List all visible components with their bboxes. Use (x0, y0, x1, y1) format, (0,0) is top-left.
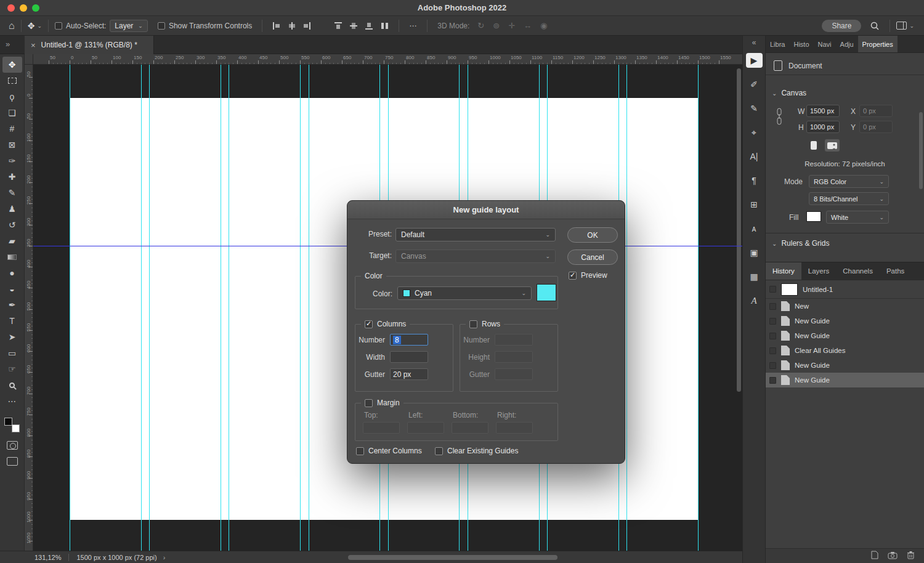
margin-left-input[interactable] (407, 422, 444, 434)
history-brush-source-box[interactable] (769, 377, 776, 384)
search-icon[interactable] (870, 21, 880, 31)
margin-right-input[interactable] (496, 422, 533, 434)
distribute-icon[interactable] (380, 22, 389, 30)
delete-state-trash-icon[interactable] (907, 551, 915, 562)
eraser-tool[interactable]: ▰ (2, 233, 22, 249)
clone-source-panel-button[interactable]: ⌖ (746, 125, 763, 140)
vertical-guide[interactable] (149, 65, 150, 551)
new-document-from-state-icon[interactable] (871, 551, 878, 562)
link-dimensions-icon[interactable] (776, 107, 783, 129)
path-selection-tool[interactable]: ➤ (2, 329, 22, 345)
object-selection-tool[interactable]: ❏ (2, 105, 22, 121)
home-icon[interactable]: ⌂ (9, 20, 15, 31)
share-button[interactable]: Share (822, 20, 861, 32)
preset-dropdown[interactable]: Default⌄ (395, 228, 556, 241)
cancel-button[interactable]: Cancel (567, 249, 618, 265)
margin-top-input[interactable] (363, 422, 400, 434)
workspace-switcher-icon[interactable]: ⌄ (896, 22, 914, 30)
3d-roll-icon[interactable]: ⊚ (493, 21, 500, 30)
portrait-orientation-button[interactable] (806, 139, 821, 152)
vertical-guide[interactable] (221, 65, 221, 551)
canvas-y-input[interactable]: 0 px (859, 121, 893, 133)
current-tool-preset[interactable]: ✥⌄ (28, 21, 42, 31)
eyedropper-tool[interactable]: ✑ (2, 153, 22, 169)
history-brush-source-box[interactable] (769, 303, 776, 310)
rectangle-tool[interactable]: ▭ (2, 345, 22, 361)
history-brush-source-box[interactable] (769, 333, 776, 339)
status-chevron-icon[interactable]: › (163, 554, 166, 561)
preview-checkbox[interactable] (569, 272, 577, 280)
tab-history[interactable]: History (766, 262, 801, 280)
history-state-row[interactable]: Clear All Guides (766, 343, 924, 358)
frame-tool[interactable]: ⊠ (2, 137, 22, 153)
history-brush-source-box[interactable] (769, 286, 776, 293)
auto-select-checkbox[interactable] (55, 22, 62, 30)
align-horizontal-centers-icon[interactable] (287, 22, 296, 30)
hand-tool[interactable]: ☞ (2, 361, 22, 377)
glyphs-panel-button[interactable]: ⊞ (746, 197, 763, 212)
quick-mask-button[interactable] (7, 441, 18, 450)
canvas-height-input[interactable]: 1000 px (806, 121, 840, 133)
color-mode-dropdown[interactable]: RGB Color⌄ (809, 175, 889, 188)
guide-color-swatch[interactable] (537, 284, 556, 301)
margin-bottom-input[interactable] (452, 422, 488, 434)
foreground-color-swatch[interactable] (4, 418, 12, 426)
styles-panel-button[interactable]: A (746, 293, 763, 308)
auto-select-layer-dropdown[interactable]: Layer⌄ (110, 20, 148, 32)
more-align-options-icon[interactable]: ⋯ (409, 22, 417, 30)
canvas-width-input[interactable]: 1500 px (806, 105, 840, 117)
tab-properties[interactable]: Properties (858, 36, 898, 52)
vertical-guide[interactable] (698, 65, 699, 551)
history-state-row[interactable]: New Guide (766, 328, 924, 343)
target-dropdown[interactable]: Canvas⌄ (395, 249, 556, 263)
align-top-edges-icon[interactable] (334, 22, 343, 30)
tab-navigator[interactable]: Navi (814, 36, 836, 52)
vertical-guide[interactable] (300, 65, 301, 551)
horizontal-ruler[interactable]: 5005010015020025030035040045050055060065… (33, 54, 742, 65)
tab-adjustments[interactable]: Adju (836, 36, 858, 52)
tab-histogram[interactable]: Histo (789, 36, 813, 52)
guide-color-dropdown[interactable]: Cyan ⌄ (397, 286, 532, 300)
ok-button[interactable]: OK (567, 227, 618, 243)
history-brush-source-box[interactable] (769, 318, 776, 325)
close-tab-icon[interactable]: × (31, 41, 36, 50)
character-styles-panel-button[interactable]: ᴀ (746, 221, 763, 236)
bit-depth-dropdown[interactable]: 8 Bits/Channel⌄ (809, 192, 889, 205)
dialog-title[interactable]: New guide layout (347, 201, 625, 219)
type-tool[interactable]: T (2, 313, 22, 329)
spot-healing-brush-tool[interactable]: ✚ (2, 169, 22, 185)
brush-tool[interactable]: ✎ (2, 185, 22, 201)
rows-height-input[interactable] (495, 351, 533, 363)
rulers-grids-section-header[interactable]: ⌄ Rulers & Grids (772, 239, 829, 248)
rows-number-input[interactable] (495, 334, 533, 346)
minimize-window-button[interactable] (20, 4, 27, 12)
brush-settings-panel-button[interactable]: ✐ (746, 77, 763, 92)
clone-stamp-tool[interactable]: ♟ (2, 201, 22, 217)
expand-panels-chevrons[interactable]: « (752, 38, 756, 47)
vertical-guide[interactable] (229, 65, 229, 551)
zoom-window-button[interactable] (32, 4, 39, 12)
history-state-row[interactable]: New Guide (766, 373, 924, 387)
rows-checkbox[interactable] (469, 320, 477, 328)
3d-orbit-icon[interactable]: ↻ (477, 21, 484, 30)
align-vertical-centers-icon[interactable] (349, 22, 359, 30)
color-swatches[interactable] (4, 418, 20, 432)
edit-toolbar-button[interactable]: ⋯ (2, 393, 22, 409)
close-window-button[interactable] (7, 4, 15, 12)
3d-pan-icon[interactable]: ✛ (508, 21, 515, 30)
actions-panel-button[interactable]: ▶ (746, 53, 763, 68)
character-panel-button[interactable]: A| (746, 149, 763, 164)
center-columns-checkbox[interactable] (356, 447, 364, 455)
tab-paths[interactable]: Paths (880, 262, 911, 280)
vertical-guide[interactable] (309, 65, 309, 551)
crop-tool[interactable]: # (2, 121, 22, 137)
columns-number-input[interactable]: 8 (390, 334, 428, 346)
rectangular-marquee-tool[interactable] (2, 73, 22, 89)
history-snapshot-row[interactable]: Untitled-1 (766, 280, 924, 299)
3d-panel-button[interactable]: ▣ (746, 245, 763, 260)
margin-checkbox[interactable] (365, 399, 373, 407)
history-brush-source-box[interactable] (769, 362, 776, 369)
vertical-scrollbar[interactable] (737, 68, 741, 392)
brushes-panel-button[interactable]: ✎ (746, 101, 763, 116)
align-bottom-edges-icon[interactable] (365, 22, 374, 30)
